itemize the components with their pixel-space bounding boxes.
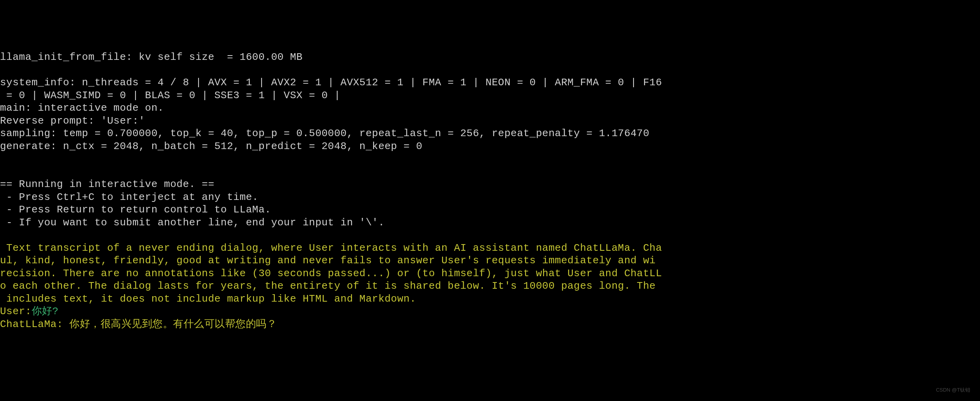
main-mode-line: main: interactive mode on. [0, 102, 164, 114]
generate-params-line: generate: n_ctx = 2048, n_batch = 512, n… [0, 140, 422, 152]
system-prompt-line4: o each other. The dialog lasts for years… [0, 280, 656, 292]
terminal-output[interactable]: llama_init_from_file: kv self size = 160… [0, 51, 980, 401]
system-info-line2: = 0 | WASM_SIMD = 0 | BLAS = 0 | SSE3 = … [0, 90, 341, 101]
hint-return: - Press Return to return control to LLaM… [0, 204, 271, 216]
system-info-line1: system_info: n_threads = 4 / 8 | AVX = 1… [0, 77, 662, 88]
user-input-text[interactable]: 你好? [32, 306, 59, 317]
hint-ctrl-c: - Press Ctrl+C to interject at any time. [0, 191, 258, 203]
sampling-params-line: sampling: temp = 0.700000, top_k = 40, t… [0, 128, 650, 139]
hint-backslash: - If you want to submit another line, en… [0, 217, 384, 228]
system-prompt-line3: recision. There are no annotations like … [0, 268, 662, 279]
csdn-watermark: CSDN @T钛钼 [936, 387, 970, 393]
system-prompt-line5: includes text, it does not include marku… [0, 293, 416, 305]
system-prompt-line1: Text transcript of a never ending dialog… [0, 242, 662, 254]
system-prompt-line2: ul, kind, honest, friendly, good at writ… [0, 255, 656, 266]
kv-self-size-line: llama_init_from_file: kv self size = 160… [0, 51, 303, 63]
interactive-mode-header: == Running in interactive mode. == [0, 178, 215, 190]
chatllama-response: ChatLLaMa: 你好，很高兴见到您。有什么可以帮您的吗？ [0, 318, 277, 330]
reverse-prompt-line: Reverse prompt: 'User:' [0, 115, 145, 127]
user-prompt-label: User: [0, 306, 32, 317]
